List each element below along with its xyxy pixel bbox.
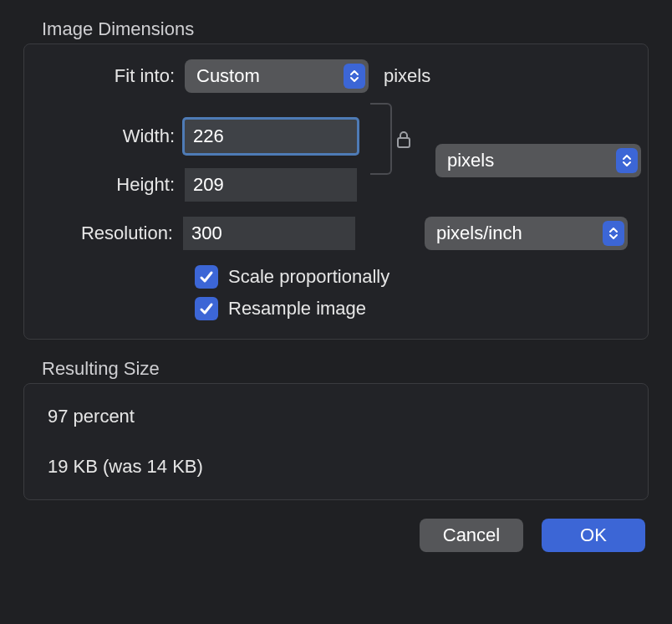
- height-label: Height:: [44, 174, 185, 196]
- updown-icon: [603, 221, 624, 246]
- cancel-button[interactable]: Cancel: [420, 519, 523, 552]
- result-size: 19 KB (was 14 KB): [48, 456, 624, 478]
- resolution-unit-select[interactable]: pixels/inch: [425, 217, 628, 250]
- resample-image-checkbox[interactable]: [195, 297, 218, 320]
- image-dimensions-label: Image Dimensions: [42, 18, 649, 40]
- ok-button[interactable]: OK: [542, 519, 645, 552]
- scale-proportionally-label: Scale proportionally: [228, 266, 389, 288]
- width-input[interactable]: [185, 120, 357, 153]
- fit-into-unit: pixels: [384, 65, 430, 87]
- resolution-input[interactable]: [183, 217, 355, 250]
- lock-icon[interactable]: [395, 130, 412, 155]
- fit-into-value: Custom: [196, 65, 260, 87]
- resulting-size-label: Resulting Size: [42, 358, 649, 380]
- link-bracket: [370, 103, 392, 175]
- width-label: Width:: [44, 125, 185, 147]
- fit-into-select[interactable]: Custom: [185, 59, 369, 93]
- image-dimensions-group: Fit into: Custom pixels Width:: [23, 43, 649, 340]
- resolution-unit-value: pixels/inch: [436, 222, 522, 244]
- result-percent: 97 percent: [48, 406, 624, 427]
- wh-unit-value: pixels: [447, 150, 494, 171]
- updown-icon: [616, 148, 638, 173]
- scale-proportionally-checkbox[interactable]: [195, 265, 218, 289]
- resulting-size-group: 97 percent 19 KB (was 14 KB): [23, 383, 649, 500]
- resolution-label: Resolution:: [44, 222, 183, 244]
- resample-image-label: Resample image: [228, 298, 366, 320]
- height-input[interactable]: [185, 168, 357, 202]
- wh-unit-select[interactable]: pixels: [435, 144, 641, 177]
- updown-icon: [344, 64, 365, 89]
- adjust-size-dialog: Image Dimensions Fit into: Custom pixels…: [0, 0, 672, 570]
- fit-into-label: Fit into:: [44, 65, 185, 87]
- svg-rect-0: [398, 138, 410, 147]
